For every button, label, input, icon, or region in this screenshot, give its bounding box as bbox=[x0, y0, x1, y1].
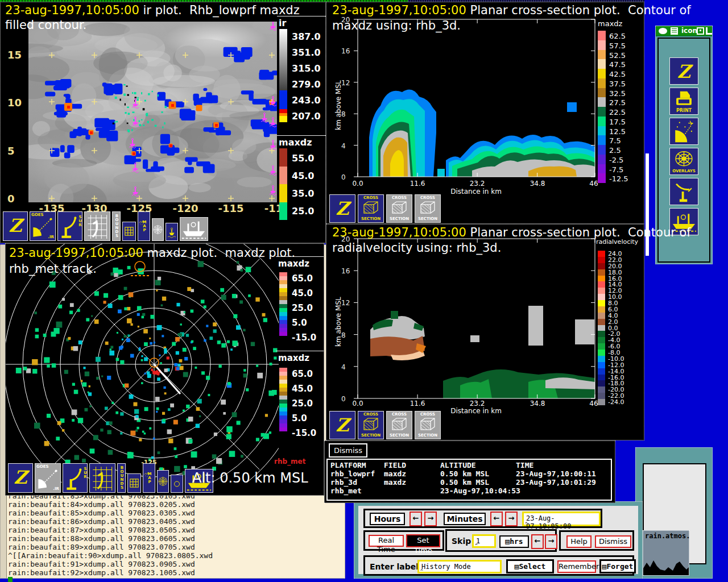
terminal-cursor bbox=[8, 577, 13, 582]
gridradar-tool-button[interactable] bbox=[84, 211, 110, 241]
colorbar-segment bbox=[279, 308, 287, 312]
sur-tool-button[interactable]: SUR bbox=[57, 211, 82, 241]
dismiss-button[interactable]: Dismiss bbox=[595, 535, 631, 548]
colorbar-segment bbox=[598, 263, 605, 269]
minutes-back-button[interactable]: ← bbox=[490, 512, 503, 526]
colorbar-segment bbox=[279, 316, 287, 320]
tick-label: 35.0 bbox=[292, 188, 314, 199]
colorbar-segment bbox=[279, 392, 287, 396]
zebra-tool-button[interactable]: Z bbox=[329, 194, 355, 223]
circle-tool-button[interactable] bbox=[171, 475, 183, 493]
hours-back-button[interactable]: ← bbox=[410, 512, 422, 526]
zebra-tool-button[interactable]: Z bbox=[3, 211, 28, 241]
window-resize-icon[interactable] bbox=[697, 27, 704, 35]
sur-tool-button[interactable]: SUR bbox=[63, 463, 88, 493]
cross-tool-button[interactable]: CROSSSECTION bbox=[386, 411, 412, 439]
time-field[interactable]: 23-Aug-97,10:05:00 bbox=[522, 512, 601, 526]
colorbar-segment bbox=[279, 419, 287, 423]
terminal-text[interactable]: rain:beaufait:83>xdump.all 970823.0105.x… bbox=[8, 492, 213, 577]
skip-back-button[interactable]: ← bbox=[531, 534, 544, 549]
cross-tool-button[interactable]: CROSSSECTION bbox=[358, 194, 384, 223]
colorbar-segment bbox=[279, 384, 287, 388]
bounds-tool-button[interactable]: BOUNDS bbox=[112, 211, 121, 241]
tick-label: 10 bbox=[7, 97, 24, 109]
zebra-tool-button[interactable]: Z bbox=[8, 463, 33, 493]
rings-tool-button[interactable] bbox=[157, 470, 169, 493]
hours-button[interactable]: Hours bbox=[370, 513, 405, 525]
scrollbar-fragment[interactable] bbox=[646, 153, 649, 256]
minutes-button[interactable]: Minutes bbox=[444, 513, 486, 525]
platform-status-window: Dismiss PLATFORMFIELDALTITUDETIMErhb_low… bbox=[324, 440, 615, 503]
skip-units-menu[interactable]: ▤hrs bbox=[499, 535, 529, 548]
tick-label: 45.0 bbox=[292, 171, 314, 181]
tick-label: 387.0 bbox=[292, 31, 321, 42]
rings-tool-button[interactable] bbox=[152, 218, 164, 241]
colorbar-segment bbox=[598, 386, 605, 393]
satellite-panel-button[interactable] bbox=[669, 118, 698, 145]
real-time-button[interactable]: Real Time bbox=[369, 535, 404, 547]
tick-label: 22.5 bbox=[609, 108, 626, 117]
colorbar-segment bbox=[279, 415, 287, 419]
colorbar-segment bbox=[598, 145, 606, 155]
colorbar-segment bbox=[279, 423, 287, 427]
colorbar-segment bbox=[598, 337, 605, 343]
buoy-tool-button[interactable] bbox=[166, 223, 178, 241]
status-dismiss-button[interactable]: Dismiss bbox=[329, 443, 367, 458]
cross-section-radialvelocity-window: 23-aug-1997,10:05:00 Planar cross-sectio… bbox=[326, 224, 644, 440]
help-button[interactable]: Help bbox=[566, 535, 592, 548]
tick-label: 32.5 bbox=[609, 89, 626, 98]
select-menu-button[interactable]: ▤Select bbox=[506, 559, 554, 573]
label-field[interactable]: History Mode bbox=[417, 560, 502, 573]
colorbar-segment bbox=[279, 404, 287, 408]
cross-tool-button[interactable]: CROSSSECTION bbox=[358, 411, 384, 439]
icon-panel-titlebar[interactable]: icon bbox=[656, 26, 712, 36]
table-cell: PLATFORM bbox=[330, 461, 384, 469]
window-focus-button[interactable] bbox=[659, 28, 667, 34]
ppi-radar-display bbox=[6, 244, 279, 483]
cross-tool-button[interactable]: CROSSSECTION bbox=[415, 194, 441, 223]
map-tool-button[interactable]: MAP bbox=[143, 463, 155, 493]
colorbar-segment bbox=[598, 135, 606, 145]
label-group: Enter label: History Mode ▤Select Rememb… bbox=[363, 555, 634, 576]
set-time-button[interactable]: Set Time bbox=[406, 534, 440, 547]
zebra-tool-button[interactable]: Z bbox=[329, 411, 355, 439]
grid-tool-button[interactable] bbox=[122, 222, 136, 241]
colorbar-segment bbox=[598, 380, 605, 386]
colorbar-segment bbox=[279, 300, 287, 304]
colorbar-segment bbox=[598, 59, 606, 69]
colorbar-segment bbox=[598, 164, 606, 174]
goes-tool-button[interactable]: GOES.IR bbox=[30, 211, 56, 241]
table-row: rhb_3dmaxdz0.50 km MSL23-Aug-97,10:01:29 bbox=[330, 478, 611, 487]
cross-tool-button[interactable]: CROSSSECTION bbox=[386, 194, 412, 223]
terminal-line: rain:beaufait:88>xdump.all 970823.0605.x… bbox=[8, 534, 213, 543]
minutes-forward-button[interactable]: → bbox=[505, 512, 518, 526]
ship-tool-button[interactable] bbox=[180, 217, 208, 241]
window-iconify-icon[interactable] bbox=[706, 27, 712, 35]
ppi-colorbar2 bbox=[279, 368, 287, 431]
hours-forward-button[interactable]: → bbox=[424, 512, 437, 526]
grid-tool-button[interactable] bbox=[127, 473, 141, 493]
zebra-panel-button[interactable]: Z bbox=[669, 57, 698, 85]
remember-button[interactable]: Remember bbox=[557, 560, 596, 573]
map-tool-button[interactable]: MAP bbox=[138, 211, 150, 241]
window-menu-icon[interactable] bbox=[671, 27, 678, 35]
cross-tool-button[interactable]: CROSSSECTION bbox=[415, 411, 441, 439]
radar-panel-button[interactable] bbox=[669, 178, 698, 205]
colorbar-segment bbox=[279, 328, 287, 332]
rain-atmos-icon-window[interactable]: rain.atmos. bbox=[643, 530, 689, 576]
bounds-tool-button[interactable]: BOUNDS bbox=[117, 463, 126, 493]
menu-glyph-icon: ▤ bbox=[505, 537, 510, 546]
skip-field[interactable]: 1 bbox=[472, 534, 496, 548]
gridradar-tool-button[interactable] bbox=[89, 463, 115, 493]
colorbar-segment bbox=[598, 107, 606, 117]
print-panel-button[interactable]: PRINT bbox=[669, 88, 698, 115]
colorbar-segment bbox=[598, 155, 606, 164]
colorbar-segment bbox=[279, 288, 287, 292]
skip-forward-button[interactable]: → bbox=[545, 534, 557, 549]
zebra-logo-icon: Z bbox=[3, 212, 27, 240]
goes-tool-button[interactable]: GOES.IR bbox=[35, 463, 61, 493]
overlays-panel-button[interactable]: OVERLAYS bbox=[669, 148, 698, 175]
forget-menu-button[interactable]: ▤Forget bbox=[599, 559, 636, 573]
ir-satellite-overlay bbox=[28, 22, 277, 202]
colorbar-segment bbox=[279, 372, 287, 376]
